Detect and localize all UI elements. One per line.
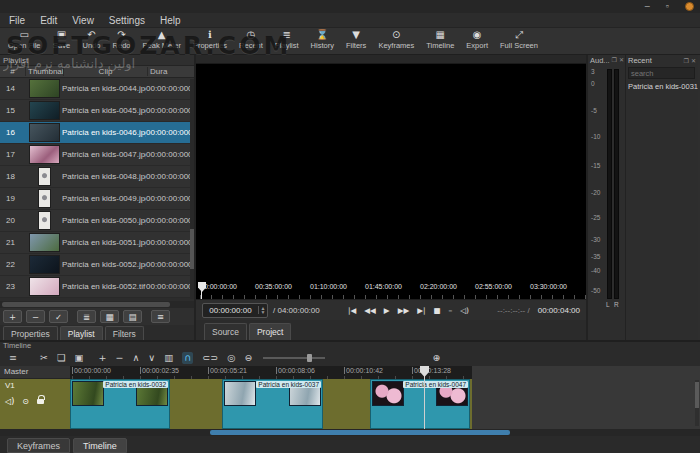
position-spinbox[interactable]: 00:00:00:00 ▲▼ (202, 303, 268, 318)
playlist-row[interactable]: 14 Patricia en kids-0044.jpg 00:00:00:00… (0, 78, 194, 100)
timeline-button[interactable]: ▦ Timeline (420, 29, 460, 50)
stop-icon[interactable]: ■ (433, 306, 440, 315)
zoom-out-icon[interactable]: ⊖ (245, 352, 253, 364)
fast-forward-icon[interactable]: ▶▶ (398, 306, 410, 315)
keyframes-button[interactable]: ⊙ Keyframes (372, 29, 420, 50)
playlist-row[interactable]: 20 Patricia en kids-0050.jpg 00:00:00:00… (0, 210, 194, 232)
tab-keyframes[interactable]: Keyframes (7, 438, 70, 453)
tab-timeline[interactable]: Timeline (73, 438, 127, 453)
skip-start-icon[interactable]: |◀ (348, 306, 356, 315)
playlist-horizontal-scrollbar[interactable] (0, 301, 194, 308)
playlist-row[interactable]: 19 Patricia en kids-0049.jpg 00:00:00:00… (0, 188, 194, 210)
playlist-menu-button[interactable]: ≡ (151, 310, 170, 323)
playlist-row[interactable]: 17 Patricia en kids-0047.jpg 00:00:00:00… (0, 144, 194, 166)
recent-search-input[interactable] (628, 67, 695, 79)
playlist-row-selected[interactable]: 16 Patricia en kids-0046.jpg 00:00:00:00… (0, 122, 194, 144)
tab-filters[interactable]: Filters (105, 326, 144, 340)
playlist-vertical-scrollbar[interactable] (190, 79, 194, 299)
menu-view[interactable]: View (72, 15, 94, 26)
append-icon[interactable]: + (98, 352, 106, 364)
export-button[interactable]: ◉ Export (460, 29, 494, 50)
tab-properties[interactable]: Properties (3, 326, 58, 340)
timeline-horizontal-scrollbar[interactable] (0, 429, 700, 436)
spinbox-arrows[interactable]: ▲▼ (258, 306, 267, 314)
recent-button[interactable]: ◷ Recent (233, 29, 269, 50)
column-header-duration[interactable]: Dura (148, 67, 194, 76)
open-file-button[interactable]: ▭ Open File (2, 29, 47, 50)
playlist-row[interactable]: 23 Patricia en kids-0052.tif 00:00:00:00… (0, 276, 194, 298)
view-details-button[interactable]: ≣ (77, 310, 96, 323)
properties-button[interactable]: ℹ Properties (187, 29, 233, 50)
timeline-vertical-scrollbar[interactable] (695, 380, 699, 426)
scrub-time: 01:45:00:00 (365, 283, 402, 290)
playlist-row[interactable]: 21 Patricia en kids-0051.jpg 00:00:00:00… (0, 232, 194, 254)
timeline-ruler[interactable]: 00:00:00:00 00:00:02:35 00:00:05:21 00:0… (70, 366, 472, 379)
redo-button[interactable]: ↷ Redo (107, 29, 137, 50)
cut-icon[interactable]: ✂ (40, 352, 48, 364)
menu-file[interactable]: File (9, 15, 25, 26)
rewind-icon[interactable]: ◀◀ (364, 306, 376, 315)
volume-icon[interactable]: ◁) (460, 306, 469, 315)
lift-icon[interactable]: ∧ (132, 352, 139, 364)
remove-button[interactable]: − (26, 310, 45, 323)
timeline-clip[interactable]: Patricia en kids-0047 (370, 379, 470, 429)
close-panel-icon[interactable]: ✕ (619, 56, 624, 65)
overwrite-icon[interactable]: ∨ (148, 352, 155, 364)
float-panel-icon[interactable]: ❐ (684, 57, 689, 64)
menu-help[interactable]: Help (160, 15, 181, 26)
timeline-tracks[interactable]: 00:00:00:00 00:00:02:35 00:00:05:21 00:0… (70, 366, 700, 429)
menu-edit[interactable]: Edit (40, 15, 57, 26)
recent-item[interactable]: Patricia en kids-0031.jpg (626, 80, 698, 93)
play-icon[interactable]: ▶ (384, 306, 390, 315)
float-panel-icon[interactable]: ❐ (612, 56, 617, 65)
player-scrubber[interactable]: 00:00:00:00 00:35:00:00 01:10:00:00 01:4… (196, 282, 586, 299)
maximize-icon[interactable]: ▫ (666, 2, 669, 11)
view-tiles-button[interactable]: ▦ (100, 310, 119, 323)
column-header-thumbnails[interactable]: Thumbnails (26, 67, 64, 76)
video-track-head[interactable]: V1 ◁) ⊙ (0, 379, 70, 429)
column-header-clip[interactable]: Clip (64, 67, 148, 76)
undo-button[interactable]: ↶ Undo (77, 29, 107, 50)
playlist-row[interactable]: 22 Patricia en kids-0052.jpg 00:00:00:00… (0, 254, 194, 276)
minimize-icon[interactable]: – (645, 2, 650, 11)
snap-icon[interactable]: ∩ (182, 352, 193, 364)
hide-icon[interactable]: ⊙ (22, 397, 29, 406)
history-button[interactable]: ⌛ History (305, 29, 340, 50)
save-button[interactable]: ▣ Save (47, 29, 77, 50)
clip-in: 00:00:00:00 (146, 216, 188, 225)
view-icons-button[interactable]: ▤ (123, 310, 142, 323)
playlist-button[interactable]: ≣ Playlist (269, 29, 305, 50)
filters-button[interactable]: ▼ Filters (340, 29, 372, 50)
tab-playlist[interactable]: Playlist (60, 326, 103, 340)
peak-meter-button[interactable]: ▲ Peak Meter (137, 29, 187, 50)
mute-icon[interactable]: ◁) (5, 397, 14, 406)
playlist-row[interactable]: 18 Patricia en kids-0048.jpg 00:00:00:00… (0, 166, 194, 188)
timeline-clip[interactable]: Patricia en kids-0037 (222, 379, 323, 429)
tab-project[interactable]: Project (249, 323, 291, 340)
timeline-menu-icon[interactable]: ≡ (9, 352, 17, 364)
master-track-head[interactable]: Master (0, 366, 70, 379)
video-track-lane[interactable]: Patricia en kids-0032 Patricia en kids-0… (70, 379, 472, 429)
split-icon[interactable]: ▥ (164, 352, 173, 364)
tab-source[interactable]: Source (204, 323, 247, 340)
timeline-clip[interactable]: Patricia en kids-0032 (70, 379, 170, 429)
menu-settings[interactable]: Settings (109, 15, 145, 26)
ripple-delete-icon[interactable]: − (115, 352, 123, 364)
column-header-index[interactable]: # (0, 67, 26, 76)
close-icon[interactable] (685, 2, 694, 11)
timeline-zoom-slider[interactable] (263, 357, 325, 359)
zoom-in-icon[interactable]: ⊕ (432, 352, 440, 364)
lock-icon[interactable] (37, 399, 44, 404)
update-button[interactable]: ✓ (49, 310, 68, 323)
ripple-icon[interactable]: ◎ (227, 352, 235, 364)
playhead[interactable] (198, 282, 206, 292)
full-screen-button[interactable]: ⤢ Full Screen (494, 29, 544, 50)
append-button[interactable]: + (3, 310, 22, 323)
playlist-row[interactable]: 15 Patricia en kids-0045.jpg 00:00:00:00… (0, 100, 194, 122)
paste-icon[interactable]: ▣ (74, 352, 83, 364)
skip-end-icon[interactable]: ▶| (417, 306, 425, 315)
video-preview[interactable] (196, 63, 586, 282)
close-panel-icon[interactable]: ✕ (691, 57, 696, 64)
scrub-while-dragging-icon[interactable]: ⊂⊃ (202, 352, 218, 364)
copy-icon[interactable]: ❏ (57, 352, 66, 364)
